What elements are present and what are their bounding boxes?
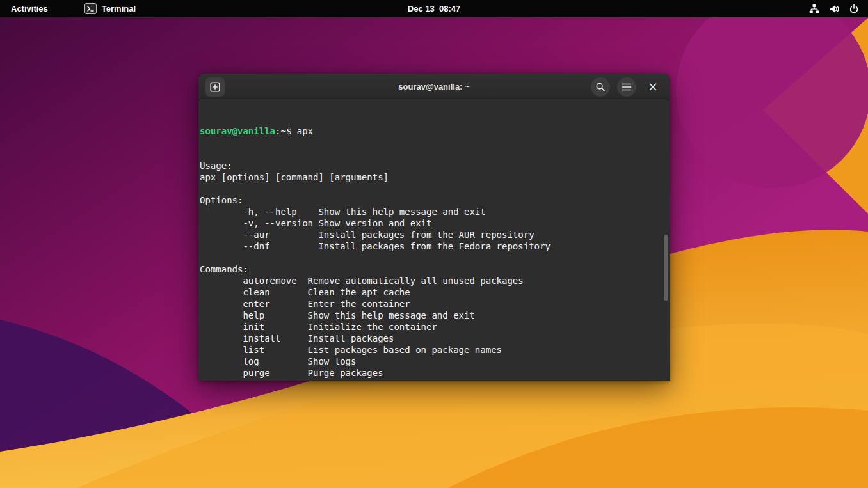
activities-button[interactable]: Activities: [0, 0, 59, 17]
search-icon: [595, 82, 606, 92]
activities-label: Activities: [11, 4, 48, 13]
clock[interactable]: Dec 13 08:47: [408, 4, 460, 13]
close-button[interactable]: ×: [643, 77, 663, 97]
terminal-line: purge Purge packages: [200, 367, 670, 379]
focused-app-name: Terminal: [102, 4, 136, 13]
terminal-line: help Show this help message and exit: [200, 310, 670, 321]
prompt-line: sourav@vanilla:~$ apx: [200, 125, 670, 137]
terminal-content-area[interactable]: sourav@vanilla:~$ apx Usage:apx [options…: [198, 100, 670, 381]
prompt-dollar: $: [286, 126, 297, 136]
terminal-line: --dnf Install packages from the Fedora r…: [200, 240, 670, 252]
terminal-line: install Install packages: [200, 333, 670, 344]
terminal-line: run Run a command inside the container: [200, 379, 670, 381]
terminal-line: --aur Install packages from the AUR repo…: [200, 229, 670, 240]
terminal-line: -h, --help Show this help message and ex…: [200, 206, 670, 217]
terminal-line: Usage:: [200, 160, 670, 171]
terminal-lines: Usage:apx [options] [command] [arguments…: [200, 160, 670, 381]
terminal-line: enter Enter the container: [200, 298, 670, 310]
terminal-line: Options:: [200, 194, 670, 206]
window-title: sourav@vanilla: ~: [398, 82, 469, 91]
new-tab-button[interactable]: [205, 77, 225, 97]
window-titlebar[interactable]: sourav@vanilla: ~ ×: [198, 74, 670, 100]
terminal-line: [200, 252, 670, 264]
terminal-line: -v, --version Show version and exit: [200, 217, 670, 229]
power-icon[interactable]: [849, 4, 859, 14]
typed-command: apx: [297, 126, 313, 136]
terminal-line: log Show logs: [200, 356, 670, 367]
menu-button[interactable]: [617, 77, 636, 97]
focused-app-indicator[interactable]: Terminal: [76, 0, 145, 17]
terminal-line: clean Clean the apt cache: [200, 287, 670, 298]
network-topology-icon[interactable]: [809, 4, 819, 14]
titlebar-buttons: ×: [591, 77, 663, 97]
terminal-app-icon: [84, 3, 97, 14]
terminal-output: sourav@vanilla:~$ apx Usage:apx [options…: [198, 100, 670, 381]
top-bar: Activities Terminal Dec 13 08:47: [0, 0, 868, 17]
system-status-area[interactable]: [805, 0, 863, 17]
close-icon: ×: [648, 81, 658, 93]
terminal-line: autoremove Remove automatically all unus…: [200, 275, 670, 287]
prompt-path: ~: [280, 126, 285, 136]
terminal-line: list List packages based on package name…: [200, 344, 670, 356]
volume-icon[interactable]: [829, 4, 839, 14]
terminal-window: sourav@vanilla: ~ × sourav@van: [198, 74, 670, 381]
terminal-line: init Initialize the container: [200, 321, 670, 333]
terminal-line: Commands:: [200, 264, 670, 275]
prompt-user-host: sourav@vanilla: [200, 126, 275, 136]
terminal-line: apx [options] [command] [arguments]: [200, 171, 670, 183]
search-button[interactable]: [591, 77, 610, 97]
hamburger-icon: [622, 83, 632, 91]
terminal-line: [200, 183, 670, 194]
scrollbar-thumb[interactable]: [664, 235, 668, 301]
